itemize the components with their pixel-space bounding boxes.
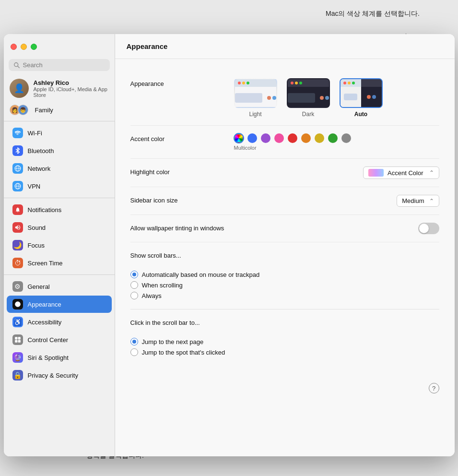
sidebar-item-label: Bluetooth — [28, 147, 54, 155]
sidebar-item-notifications[interactable]: Notifications — [7, 201, 112, 218]
sidebar-icon-size-row: Sidebar icon size Medium ⌃ — [130, 187, 439, 215]
search-input[interactable] — [23, 61, 105, 69]
sidebar-item-label: Sound — [28, 224, 46, 231]
sidebar-scroll: 👤 Ashley Rico Apple ID, iCloud+, Media &… — [4, 75, 115, 456]
scroll-scrolling-option[interactable]: When scrolling — [130, 281, 439, 289]
highlight-preview — [368, 169, 384, 177]
sidebar-icon-size-content: Medium ⌃ — [234, 195, 439, 207]
sidebar-item-label: Notifications — [28, 206, 62, 214]
toggle-knob — [419, 224, 429, 233]
sidebar-item-sound[interactable]: Sound — [7, 219, 112, 236]
appearance-option-dark[interactable]: Dark — [287, 78, 330, 118]
family-label: Family — [35, 107, 53, 114]
accent-color-content: Multicolor — [234, 133, 439, 151]
sidebar-item-network[interactable]: Network — [7, 160, 112, 177]
sidebar-item-privacy[interactable]: 🔒 Privacy & Security — [7, 367, 112, 384]
accent-red[interactable] — [288, 133, 297, 143]
click-next-page-option[interactable]: Jump to the next page — [130, 338, 439, 345]
highlight-color-select[interactable]: Accent Color ⌃ — [363, 167, 439, 179]
page-title: Appearance — [127, 42, 168, 50]
family-avatar-2: 👦 — [18, 105, 28, 115]
sidebar-divider-1 — [4, 121, 115, 121]
main-content: Appearance Appearance — [115, 34, 455, 456]
appearance-thumb-dark — [287, 78, 330, 108]
sidebar-item-label: Siri & Spotlight — [28, 354, 69, 361]
click-clicked-spot-label: Jump to the spot that's clicked — [142, 349, 225, 356]
accent-yellow[interactable] — [315, 133, 324, 143]
accent-colors — [234, 133, 351, 143]
bluetooth-icon — [12, 145, 23, 156]
sidebar-divider-2 — [4, 198, 115, 198]
content-body: Appearance — [115, 59, 455, 375]
highlight-value: Accent Color — [388, 169, 423, 177]
scroll-auto-radio[interactable] — [130, 271, 138, 278]
highlight-color-row: Highlight color Accent Color ⌃ — [130, 159, 439, 187]
appearance-icon — [12, 299, 23, 309]
search-icon — [13, 62, 20, 69]
sidebar-item-family[interactable]: 👩 👦 Family — [4, 102, 115, 118]
sidebar-item-accessibility[interactable]: ♿ Accessibility — [7, 313, 112, 331]
sidebar-item-general[interactable]: ⚙ General — [7, 278, 112, 295]
accessibility-icon: ♿ — [12, 317, 23, 327]
click-clicked-spot-radio[interactable] — [130, 348, 138, 356]
minimize-button[interactable] — [21, 44, 27, 50]
accent-sublabel: Multicolor — [234, 145, 257, 151]
maximize-button[interactable] — [31, 44, 37, 50]
sidebar-item-label: Screen Time — [28, 260, 63, 267]
vpn-icon — [12, 181, 23, 191]
search-bar[interactable] — [9, 59, 110, 71]
user-info: Ashley Rico Apple ID, iCloud+, Media & A… — [34, 79, 109, 98]
click-scroll-section: Click in the scroll bar to... Jump to th… — [130, 309, 439, 364]
close-button[interactable] — [11, 44, 17, 50]
scroll-scrolling-label: When scrolling — [142, 282, 183, 289]
accent-blue[interactable] — [247, 133, 257, 143]
accent-graphite[interactable] — [341, 133, 351, 143]
scroll-always-radio[interactable] — [130, 292, 138, 299]
sidebar-item-label: Focus — [28, 242, 45, 249]
user-subtitle: Apple ID, iCloud+, Media & App Store — [34, 86, 109, 98]
sidebar-user-item[interactable]: 👤 Ashley Rico Apple ID, iCloud+, Media &… — [4, 75, 115, 102]
appearance-label: Appearance — [130, 78, 226, 87]
wallpaper-content — [301, 223, 439, 234]
accent-pink[interactable] — [274, 133, 284, 143]
sidebar-item-bluetooth[interactable]: Bluetooth — [7, 142, 112, 159]
sidebar-item-label: VPN — [28, 183, 41, 190]
sidebar-item-screentime[interactable]: ⏱ Screen Time — [7, 254, 112, 272]
scroll-auto-option[interactable]: Automatically based on mouse or trackpad — [130, 271, 439, 278]
focus-icon: 🌙 — [12, 240, 23, 250]
appearance-options-wrap: Light — [234, 78, 439, 118]
accent-green[interactable] — [328, 133, 338, 143]
scroll-scrolling-radio[interactable] — [130, 281, 138, 289]
appearance-row: Appearance — [130, 71, 439, 126]
click-scroll-title: Click in the scroll bar to... — [130, 319, 439, 326]
accent-orange[interactable] — [301, 133, 311, 143]
appearance-option-auto[interactable]: Auto — [340, 78, 383, 118]
sidebar-icon-size-select[interactable]: Medium ⌃ — [397, 195, 439, 207]
appearance-option-light[interactable]: Light — [234, 78, 277, 118]
titlebar — [4, 34, 115, 59]
wallpaper-label: Allow wallpaper tinting in windows — [130, 223, 294, 232]
sidebar-item-focus[interactable]: 🌙 Focus — [7, 237, 112, 254]
notifications-icon — [12, 204, 23, 215]
sidebar-item-vpn[interactable]: VPN — [7, 178, 112, 195]
click-next-page-radio[interactable] — [130, 338, 138, 345]
sidebar-item-label: Control Center — [28, 336, 69, 344]
scroll-always-option[interactable]: Always — [130, 292, 439, 299]
accent-purple[interactable] — [261, 133, 270, 143]
wifi-icon — [12, 128, 23, 138]
highlight-color-content: Accent Color ⌃ — [234, 167, 439, 179]
help-button[interactable]: ? — [429, 383, 439, 393]
wallpaper-right — [301, 223, 439, 234]
sidebar-item-appearance[interactable]: Appearance — [7, 296, 112, 313]
sidebar-item-controlcenter[interactable]: Control Center — [7, 331, 112, 348]
click-clicked-spot-option[interactable]: Jump to the spot that's clicked — [130, 348, 439, 356]
appearance-thumb-light — [234, 78, 277, 108]
bottom-help: ? — [115, 375, 455, 401]
sidebar-item-siri[interactable]: 🔮 Siri & Spotlight — [7, 349, 112, 366]
sidebar-item-wifi[interactable]: Wi-Fi — [7, 124, 112, 142]
sidebar-item-label: Appearance — [28, 301, 61, 308]
svg-rect-10 — [18, 337, 20, 339]
screentime-icon: ⏱ — [12, 258, 23, 268]
wallpaper-toggle[interactable] — [418, 223, 439, 234]
accent-multicolor[interactable] — [234, 133, 244, 143]
